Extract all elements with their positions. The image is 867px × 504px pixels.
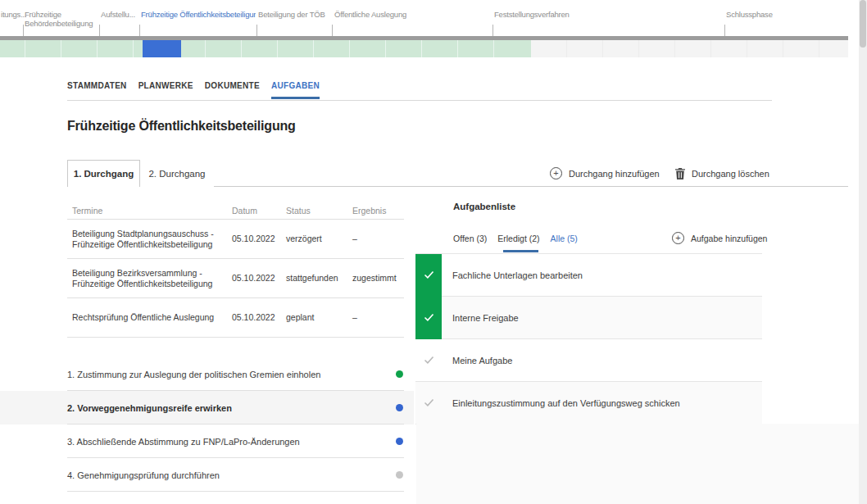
- cell-ergebnis: zugestimmt: [352, 273, 404, 284]
- cell-ergebnis: –: [352, 312, 404, 323]
- durchgang-tab-1[interactable]: 1. Durchgang: [67, 160, 140, 187]
- task-row[interactable]: Interne Freigabe: [415, 297, 762, 339]
- milestone-label: 1. Zustimmung zur Auslegung der politisc…: [67, 370, 320, 379]
- add-durchgang-button[interactable]: + Durchgang hinzufügen: [550, 160, 660, 187]
- page-title: Frühzeitige Öffentlichkeitsbeteiligung: [67, 119, 296, 134]
- durchgang-tab-2[interactable]: 2. Durchgang: [140, 160, 214, 187]
- check-icon: [424, 270, 434, 279]
- check-icon: [424, 398, 434, 407]
- table-header-cell: Datum: [232, 206, 286, 216]
- milestone-item[interactable]: 1. Zustimmung zur Auslegung der politisc…: [0, 357, 414, 391]
- table-body: Beteiligung Stadtplanungsauschuss - Früh…: [67, 220, 404, 338]
- table-header-cell: Ergebnis: [352, 206, 404, 216]
- status-dot: [396, 404, 403, 411]
- task-filter-tab-bar: Offen (3)Erledigt (2)Alle (5): [453, 234, 578, 249]
- table-header-cell: Status: [286, 206, 352, 216]
- scrollbar-thumb[interactable]: [860, 0, 866, 48]
- timeline-phase-label[interactable]: Aufstellu...: [101, 10, 135, 19]
- main-tab-bar: STAMMDATENPLANWERKEDOKUMENTEAUFGABEN: [67, 81, 320, 97]
- table-row[interactable]: Beteiligung Bezirksversammlung - Frühzei…: [67, 259, 404, 298]
- cell-status: verzögert: [286, 234, 352, 244]
- milestone-label: 2. Vorweggenehmigungsreife erwirken: [67, 403, 232, 413]
- cell-datum: 05.10.2022: [232, 234, 286, 244]
- check-icon: [424, 356, 434, 365]
- task-filter-tab[interactable]: Erledigt (2): [497, 234, 539, 249]
- check-icon: [424, 313, 434, 322]
- cell-status: geplant: [286, 312, 352, 323]
- status-dot: [396, 370, 403, 378]
- status-dot: [396, 471, 403, 479]
- delete-durchgang-label: Durchgang löschen: [692, 169, 769, 179]
- delete-durchgang-button[interactable]: Durchgang löschen: [675, 160, 769, 187]
- main-tab-dokumente[interactable]: DOKUMENTE: [205, 81, 260, 97]
- cell-ergebnis: –: [352, 234, 404, 244]
- add-durchgang-label: Durchgang hinzufügen: [569, 169, 660, 179]
- timeline-current-phase-segment[interactable]: [143, 40, 181, 57]
- cell-datum: 05.10.2022: [232, 312, 286, 323]
- timeline-phase-label[interactable]: itungs...: [1, 10, 26, 19]
- page-scrollbar[interactable]: [859, 0, 867, 504]
- milestone-item[interactable]: 4. Genehmigungsprüfung durchführen: [0, 458, 414, 492]
- timeline-phase-label[interactable]: Schlussphase: [726, 10, 773, 19]
- milestone-label: 3. Abschließende Abstimmung zu FNP/LaPro…: [67, 437, 300, 447]
- main-tab-aufgaben[interactable]: AUFGABEN: [271, 81, 320, 97]
- table-header-row: TermineDatumStatusErgebnis: [67, 203, 404, 220]
- timeline-tick-mark: [493, 25, 493, 36]
- task-checkbox[interactable]: [415, 254, 442, 297]
- timeline-tick-mark: [99, 25, 100, 36]
- task-list: Fachliche Unterlagen bearbeitenInterne F…: [415, 253, 762, 425]
- cell-termin: Rechtsprüfung Öffentliche Auslegung: [72, 312, 232, 323]
- task-checkbox[interactable]: [415, 382, 442, 425]
- milestone-list: 1. Zustimmung zur Auslegung der politisc…: [0, 357, 414, 492]
- task-label: Einleitungszustimmung auf den Verfügungs…: [452, 398, 680, 408]
- timeline-tick-mark: [23, 25, 24, 36]
- timeline-progress-green: [0, 40, 531, 57]
- task-row[interactable]: Fachliche Unterlagen bearbeiten: [415, 254, 762, 297]
- plus-circle-icon: +: [550, 167, 562, 179]
- timeline-tick-mark: [332, 25, 333, 36]
- table-row[interactable]: Beteiligung Stadtplanungsauschuss - Früh…: [67, 220, 404, 259]
- task-row[interactable]: Einleitungszustimmung auf den Verfügungs…: [415, 382, 762, 425]
- timeline-tick-mark: [724, 25, 725, 36]
- main-tab-stammdaten[interactable]: STAMMDATEN: [67, 81, 127, 97]
- task-row[interactable]: Meine Aufgabe: [415, 339, 762, 382]
- timeline-phase-label[interactable]: Öffentliche Auslegung: [334, 10, 406, 19]
- timeline-phase-label[interactable]: Frühzeitige Behördenbeteiligung: [25, 10, 103, 28]
- milestone-label: 4. Genehmigungsprüfung durchführen: [67, 470, 220, 480]
- task-label: Meine Aufgabe: [452, 356, 512, 366]
- timeline-tick-mark: [139, 25, 140, 36]
- main-tabs-divider: [67, 100, 772, 101]
- task-label: Fachliche Unterlagen bearbeiten: [452, 270, 583, 280]
- add-aufgabe-label: Aufgabe hinzufügen: [691, 234, 767, 243]
- cell-termin: Beteiligung Bezirksversammlung - Frühzei…: [72, 268, 232, 289]
- plus-circle-icon: +: [672, 232, 684, 244]
- trash-icon: [675, 168, 685, 179]
- main-tab-planwerke[interactable]: PLANWERKE: [138, 81, 193, 97]
- timeline-progress-remaining: [531, 40, 848, 57]
- timeline-tick-mark: [256, 25, 257, 36]
- timeline-phase-label[interactable]: Frühzeitige Öffentlichkeitsbeteiligung: [141, 10, 256, 19]
- termine-table: TermineDatumStatusErgebnis Beteiligung S…: [67, 203, 404, 338]
- task-filter-tab[interactable]: Offen (3): [453, 234, 487, 249]
- milestone-item[interactable]: 3. Abschließende Abstimmung zu FNP/LaPro…: [0, 425, 414, 458]
- panel-background: [416, 424, 867, 504]
- cell-datum: 05.10.2022: [232, 273, 286, 284]
- phase-timeline: itungs...Frühzeitige Behördenbeteiligung…: [0, 0, 867, 57]
- status-dot: [396, 438, 403, 445]
- task-checkbox[interactable]: [415, 339, 442, 382]
- add-aufgabe-button[interactable]: + Aufgabe hinzufügen: [672, 232, 767, 244]
- table-row[interactable]: Rechtsprüfung Öffentliche Auslegung05.10…: [67, 298, 404, 338]
- milestone-item[interactable]: 2. Vorweggenehmigungsreife erwirken: [0, 391, 414, 425]
- task-filter-tab[interactable]: Alle (5): [551, 234, 578, 249]
- aufgabenliste-title: Aufgabenliste: [453, 202, 515, 211]
- cell-status: stattgefunden: [286, 273, 352, 284]
- task-checkbox[interactable]: [415, 297, 442, 339]
- task-label: Interne Freigabe: [452, 313, 519, 323]
- timeline-phase-label[interactable]: Beteiligung der TÖB: [258, 10, 325, 19]
- timeline-phase-label[interactable]: Feststellungsverfahren: [494, 10, 570, 19]
- table-header-cell: Termine: [72, 206, 232, 216]
- cell-termin: Beteiligung Stadtplanungsauschuss - Früh…: [72, 229, 232, 250]
